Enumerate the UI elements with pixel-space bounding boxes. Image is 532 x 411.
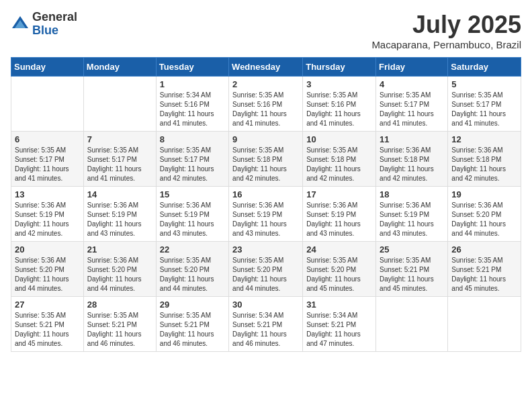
calendar-cell: 20Sunrise: 5:36 AM Sunset: 5:20 PM Dayli… bbox=[11, 242, 84, 297]
calendar-cell: 11Sunrise: 5:36 AM Sunset: 5:18 PM Dayli… bbox=[376, 132, 448, 187]
day-number: 4 bbox=[380, 79, 444, 89]
calendar-cell: 18Sunrise: 5:36 AM Sunset: 5:19 PM Dayli… bbox=[376, 187, 448, 242]
logo-icon bbox=[11, 15, 30, 34]
day-info: Sunrise: 5:35 AM Sunset: 5:18 PM Dayligh… bbox=[232, 146, 299, 183]
weekday-header-thursday: Thursday bbox=[303, 58, 376, 77]
day-info: Sunrise: 5:35 AM Sunset: 5:21 PM Dayligh… bbox=[451, 256, 517, 293]
calendar-cell: 12Sunrise: 5:36 AM Sunset: 5:18 PM Dayli… bbox=[448, 132, 521, 187]
day-info: Sunrise: 5:36 AM Sunset: 5:19 PM Dayligh… bbox=[15, 201, 80, 238]
weekday-header-tuesday: Tuesday bbox=[156, 58, 228, 77]
location: Macaparana, Pernambuco, Brazil bbox=[371, 39, 521, 50]
day-number: 30 bbox=[232, 300, 299, 310]
calendar-cell bbox=[448, 297, 521, 352]
calendar-week-5: 27Sunrise: 5:35 AM Sunset: 5:21 PM Dayli… bbox=[11, 297, 521, 352]
calendar-cell: 1Sunrise: 5:34 AM Sunset: 5:16 PM Daylig… bbox=[156, 77, 228, 132]
day-info: Sunrise: 5:36 AM Sunset: 5:19 PM Dayligh… bbox=[380, 201, 444, 238]
day-info: Sunrise: 5:36 AM Sunset: 5:19 PM Dayligh… bbox=[160, 201, 225, 238]
day-number: 15 bbox=[160, 189, 225, 199]
day-number: 9 bbox=[232, 134, 299, 144]
day-number: 2 bbox=[232, 79, 299, 89]
calendar-week-4: 20Sunrise: 5:36 AM Sunset: 5:20 PM Dayli… bbox=[11, 242, 521, 297]
calendar-cell: 13Sunrise: 5:36 AM Sunset: 5:19 PM Dayli… bbox=[11, 187, 84, 242]
day-info: Sunrise: 5:35 AM Sunset: 5:21 PM Dayligh… bbox=[380, 256, 444, 293]
day-number: 12 bbox=[451, 134, 517, 144]
day-number: 7 bbox=[87, 134, 152, 144]
calendar-cell: 15Sunrise: 5:36 AM Sunset: 5:19 PM Dayli… bbox=[156, 187, 228, 242]
calendar-cell: 2Sunrise: 5:35 AM Sunset: 5:16 PM Daylig… bbox=[229, 77, 303, 132]
calendar-cell: 22Sunrise: 5:35 AM Sunset: 5:20 PM Dayli… bbox=[156, 242, 228, 297]
calendar-cell bbox=[83, 77, 156, 132]
day-info: Sunrise: 5:35 AM Sunset: 5:20 PM Dayligh… bbox=[160, 256, 225, 293]
day-number: 26 bbox=[451, 244, 517, 255]
day-number: 17 bbox=[306, 189, 372, 199]
logo: General Blue bbox=[11, 11, 77, 38]
day-number: 1 bbox=[160, 79, 225, 89]
calendar-cell: 16Sunrise: 5:36 AM Sunset: 5:19 PM Dayli… bbox=[229, 187, 303, 242]
calendar-cell: 10Sunrise: 5:35 AM Sunset: 5:18 PM Dayli… bbox=[303, 132, 376, 187]
day-number: 8 bbox=[160, 134, 225, 144]
day-number: 23 bbox=[232, 244, 299, 255]
weekday-header-saturday: Saturday bbox=[448, 58, 521, 77]
day-number: 31 bbox=[306, 300, 372, 310]
day-info: Sunrise: 5:35 AM Sunset: 5:21 PM Dayligh… bbox=[87, 311, 152, 349]
day-info: Sunrise: 5:36 AM Sunset: 5:20 PM Dayligh… bbox=[87, 256, 152, 293]
day-info: Sunrise: 5:36 AM Sunset: 5:20 PM Dayligh… bbox=[451, 201, 517, 238]
weekday-header-friday: Friday bbox=[376, 58, 448, 77]
logo-text: General Blue bbox=[32, 11, 77, 38]
day-number: 19 bbox=[451, 189, 517, 199]
day-number: 27 bbox=[15, 300, 80, 310]
day-info: Sunrise: 5:35 AM Sunset: 5:16 PM Dayligh… bbox=[232, 91, 299, 128]
day-number: 24 bbox=[306, 244, 372, 255]
logo-blue: Blue bbox=[32, 24, 77, 38]
calendar-cell: 5Sunrise: 5:35 AM Sunset: 5:17 PM Daylig… bbox=[448, 77, 521, 132]
day-info: Sunrise: 5:36 AM Sunset: 5:19 PM Dayligh… bbox=[232, 201, 299, 238]
calendar-cell: 25Sunrise: 5:35 AM Sunset: 5:21 PM Dayli… bbox=[376, 242, 448, 297]
calendar-header-row: SundayMondayTuesdayWednesdayThursdayFrid… bbox=[11, 58, 521, 77]
calendar-table: SundayMondayTuesdayWednesdayThursdayFrid… bbox=[11, 57, 521, 352]
day-info: Sunrise: 5:35 AM Sunset: 5:17 PM Dayligh… bbox=[160, 146, 225, 183]
calendar-cell: 9Sunrise: 5:35 AM Sunset: 5:18 PM Daylig… bbox=[229, 132, 303, 187]
day-info: Sunrise: 5:34 AM Sunset: 5:21 PM Dayligh… bbox=[306, 311, 372, 349]
day-number: 11 bbox=[380, 134, 444, 144]
calendar-week-1: 1Sunrise: 5:34 AM Sunset: 5:16 PM Daylig… bbox=[11, 77, 521, 132]
day-info: Sunrise: 5:35 AM Sunset: 5:21 PM Dayligh… bbox=[15, 311, 80, 349]
day-info: Sunrise: 5:36 AM Sunset: 5:19 PM Dayligh… bbox=[87, 201, 152, 238]
title-area: July 2025 Macaparana, Pernambuco, Brazil bbox=[371, 11, 521, 50]
day-info: Sunrise: 5:34 AM Sunset: 5:21 PM Dayligh… bbox=[232, 311, 299, 349]
day-number: 5 bbox=[451, 79, 517, 89]
day-number: 20 bbox=[15, 244, 80, 255]
calendar-cell: 17Sunrise: 5:36 AM Sunset: 5:19 PM Dayli… bbox=[303, 187, 376, 242]
day-number: 10 bbox=[306, 134, 372, 144]
calendar-cell: 4Sunrise: 5:35 AM Sunset: 5:17 PM Daylig… bbox=[376, 77, 448, 132]
day-number: 21 bbox=[87, 244, 152, 255]
calendar-cell: 7Sunrise: 5:35 AM Sunset: 5:17 PM Daylig… bbox=[83, 132, 156, 187]
day-number: 16 bbox=[232, 189, 299, 199]
calendar-cell: 8Sunrise: 5:35 AM Sunset: 5:17 PM Daylig… bbox=[156, 132, 228, 187]
day-number: 29 bbox=[160, 300, 225, 310]
weekday-header-sunday: Sunday bbox=[11, 58, 84, 77]
calendar-cell: 6Sunrise: 5:35 AM Sunset: 5:17 PM Daylig… bbox=[11, 132, 84, 187]
calendar-cell: 21Sunrise: 5:36 AM Sunset: 5:20 PM Dayli… bbox=[83, 242, 156, 297]
calendar-cell: 26Sunrise: 5:35 AM Sunset: 5:21 PM Dayli… bbox=[448, 242, 521, 297]
day-info: Sunrise: 5:35 AM Sunset: 5:17 PM Dayligh… bbox=[87, 146, 152, 183]
day-info: Sunrise: 5:36 AM Sunset: 5:18 PM Dayligh… bbox=[380, 146, 444, 183]
day-info: Sunrise: 5:35 AM Sunset: 5:17 PM Dayligh… bbox=[451, 91, 517, 128]
day-info: Sunrise: 5:35 AM Sunset: 5:20 PM Dayligh… bbox=[306, 256, 372, 293]
day-info: Sunrise: 5:34 AM Sunset: 5:16 PM Dayligh… bbox=[160, 91, 225, 128]
calendar-cell: 29Sunrise: 5:35 AM Sunset: 5:21 PM Dayli… bbox=[156, 297, 228, 352]
day-info: Sunrise: 5:35 AM Sunset: 5:21 PM Dayligh… bbox=[160, 311, 225, 349]
day-info: Sunrise: 5:36 AM Sunset: 5:20 PM Dayligh… bbox=[15, 256, 80, 293]
calendar-cell: 3Sunrise: 5:35 AM Sunset: 5:16 PM Daylig… bbox=[303, 77, 376, 132]
day-number: 18 bbox=[380, 189, 444, 199]
calendar-cell bbox=[11, 77, 84, 132]
weekday-header-wednesday: Wednesday bbox=[229, 58, 303, 77]
day-info: Sunrise: 5:35 AM Sunset: 5:17 PM Dayligh… bbox=[15, 146, 80, 183]
logo-general: General bbox=[32, 11, 77, 24]
day-number: 3 bbox=[306, 79, 372, 89]
day-number: 14 bbox=[87, 189, 152, 199]
calendar-cell bbox=[376, 297, 448, 352]
day-number: 6 bbox=[15, 134, 80, 144]
day-number: 25 bbox=[380, 244, 444, 255]
calendar-week-3: 13Sunrise: 5:36 AM Sunset: 5:19 PM Dayli… bbox=[11, 187, 521, 242]
calendar-cell: 31Sunrise: 5:34 AM Sunset: 5:21 PM Dayli… bbox=[303, 297, 376, 352]
